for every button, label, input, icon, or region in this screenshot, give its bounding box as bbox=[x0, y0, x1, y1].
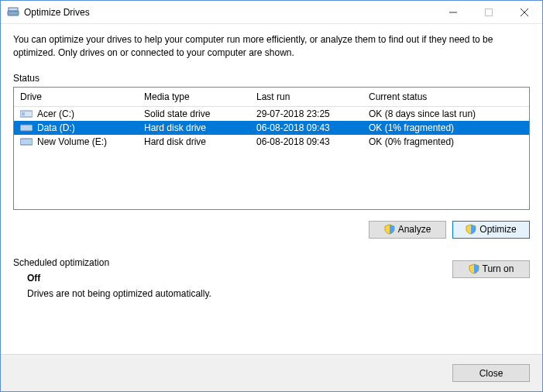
shield-icon bbox=[469, 263, 479, 274]
minimize-button[interactable] bbox=[435, 1, 471, 23]
drive-last-run: 29-07-2018 23:25 bbox=[250, 106, 363, 121]
close-button[interactable] bbox=[507, 1, 542, 23]
drive-icon bbox=[20, 109, 33, 119]
drive-icon bbox=[20, 123, 33, 132]
close-button-label: Close bbox=[479, 368, 503, 379]
titlebar: Optimize Drives bbox=[1, 1, 542, 24]
svg-rect-6 bbox=[20, 125, 33, 131]
svg-point-7 bbox=[29, 127, 30, 129]
status-label: Status bbox=[13, 73, 530, 84]
table-row[interactable]: Acer (C:)Solid state drive29-07-2018 23:… bbox=[14, 106, 529, 121]
drive-status: OK (1% fragmented) bbox=[363, 121, 529, 135]
window-title: Optimize Drives bbox=[24, 7, 435, 18]
analyze-button-label: Analyze bbox=[398, 224, 431, 235]
col-header-media[interactable]: Media type bbox=[138, 88, 250, 107]
analyze-button[interactable]: Analyze bbox=[369, 221, 446, 239]
shield-icon bbox=[466, 224, 476, 235]
drive-cell: Acer (C:) bbox=[20, 108, 132, 119]
drive-cell: New Volume (E:) bbox=[20, 136, 132, 147]
drive-name: Data (D:) bbox=[37, 122, 75, 133]
close-dialog-button[interactable]: Close bbox=[452, 364, 530, 382]
app-icon bbox=[7, 6, 19, 19]
svg-rect-1 bbox=[9, 8, 18, 11]
svg-point-9 bbox=[29, 141, 30, 143]
shield-icon bbox=[384, 224, 395, 235]
turn-on-button-label: Turn on bbox=[483, 263, 514, 274]
drive-name: Acer (C:) bbox=[37, 108, 74, 119]
optimize-button[interactable]: Optimize bbox=[452, 221, 530, 239]
scheduled-section: Scheduled optimization Off Drives are no… bbox=[13, 257, 530, 299]
scheduled-description: Drives are not being optimized automatic… bbox=[27, 288, 530, 299]
maximize-button[interactable] bbox=[471, 1, 507, 23]
svg-point-2 bbox=[15, 12, 17, 14]
drive-media: Solid state drive bbox=[138, 106, 250, 121]
footer: Close bbox=[1, 354, 542, 391]
drive-status: OK (0% fragmented) bbox=[363, 135, 529, 149]
table-row[interactable]: Data (D:)Hard disk drive06-08-2018 09:43… bbox=[14, 121, 529, 135]
svg-rect-8 bbox=[20, 139, 33, 145]
col-header-status[interactable]: Current status bbox=[363, 88, 529, 107]
drive-icon bbox=[20, 137, 33, 146]
intro-text: You can optimize your drives to help you… bbox=[13, 33, 530, 60]
col-header-drive[interactable]: Drive bbox=[14, 88, 138, 107]
turn-on-button[interactable]: Turn on bbox=[452, 260, 530, 278]
drive-media: Hard disk drive bbox=[138, 135, 250, 149]
drive-status: OK (8 days since last run) bbox=[363, 106, 529, 121]
col-header-last[interactable]: Last run bbox=[250, 88, 363, 107]
drive-last-run: 06-08-2018 09:43 bbox=[250, 135, 363, 149]
caption-buttons bbox=[435, 1, 542, 23]
table-row[interactable]: New Volume (E:)Hard disk drive06-08-2018… bbox=[14, 135, 529, 149]
svg-rect-5 bbox=[22, 112, 25, 115]
content-area: You can optimize your drives to help you… bbox=[1, 24, 542, 354]
drive-last-run: 06-08-2018 09:43 bbox=[250, 121, 363, 135]
action-button-row: Analyze Optimize bbox=[13, 221, 530, 239]
optimize-button-label: Optimize bbox=[479, 224, 516, 235]
drive-media: Hard disk drive bbox=[138, 121, 250, 135]
drive-cell: Data (D:) bbox=[20, 122, 132, 133]
drive-name: New Volume (E:) bbox=[37, 136, 107, 147]
table-header-row: Drive Media type Last run Current status bbox=[14, 88, 529, 107]
svg-rect-3 bbox=[486, 9, 493, 15]
drive-list[interactable]: Drive Media type Last run Current status… bbox=[13, 87, 530, 210]
